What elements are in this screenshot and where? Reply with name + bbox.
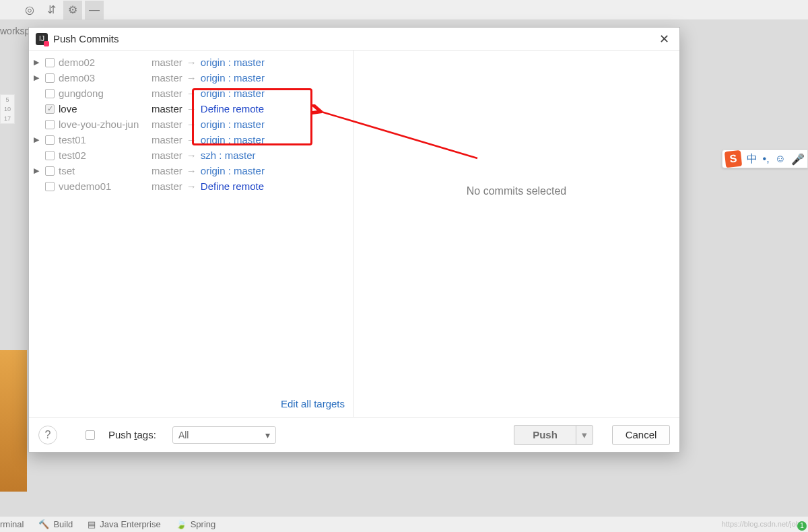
dialog-footer: ? Push tags: All▾ Push ▾ Cancel	[29, 417, 679, 452]
branch-label: master	[152, 165, 182, 176]
arrow-right-icon: →	[187, 119, 197, 130]
repo-name: demo03	[59, 72, 152, 84]
define-remote-link[interactable]: Define remote	[201, 103, 264, 114]
commits-panel: No commits selected	[354, 51, 679, 417]
repo-row[interactable]: ▶tsetmaster→origin : master	[29, 163, 353, 178]
repo-checkbox[interactable]	[45, 58, 55, 67]
repo-checkbox[interactable]	[45, 135, 55, 145]
push-commits-dialog: IJ Push Commits ✕ ▶demo02master→origin :…	[28, 27, 680, 453]
repo-name: vuedemo01	[59, 180, 152, 192]
repo-name: tset	[59, 165, 152, 176]
repo-row[interactable]: ▶✓lovemaster→Define remote	[29, 101, 353, 117]
repo-row[interactable]: ▶demo02master→origin : master	[29, 55, 353, 70]
expand-arrow-icon[interactable]: ▶	[32, 58, 41, 67]
no-commits-message: No commits selected	[467, 185, 567, 197]
push-tags-checkbox[interactable]	[86, 430, 95, 440]
arrow-right-icon: →	[187, 57, 197, 68]
repo-name: love	[59, 103, 152, 114]
help-button[interactable]: ?	[38, 426, 57, 444]
branch-label: master	[152, 88, 182, 99]
dialog-title: Push Commits	[53, 33, 119, 44]
remote-label[interactable]: origin : master	[201, 134, 265, 145]
repo-checkbox[interactable]	[45, 89, 55, 98]
ime-toolbar[interactable]: S 中 •, ☺ 🎤	[722, 149, 808, 168]
repo-row[interactable]: ▶test01master→origin : master	[29, 132, 353, 147]
dialog-titlebar: IJ Push Commits ✕	[29, 28, 679, 51]
push-button[interactable]: Push	[514, 425, 576, 445]
bg-tab-java: ▤Java Enterprise	[88, 519, 160, 529]
ime-lang[interactable]: 中	[747, 152, 758, 166]
bg-workspace-label: worksp	[0, 26, 30, 36]
chevron-down-icon: ▾	[265, 430, 270, 440]
arrow-right-icon: →	[187, 165, 197, 176]
repo-row[interactable]: ▶vuedemo01master→Define remote	[29, 178, 353, 194]
arrow-right-icon: →	[187, 88, 197, 99]
repo-checkbox[interactable]: ✓	[45, 104, 55, 114]
arrow-right-icon: →	[187, 103, 197, 114]
repo-checkbox[interactable]	[45, 73, 55, 83]
repo-checkbox[interactable]	[45, 120, 55, 129]
branch-label: master	[152, 119, 182, 130]
close-button[interactable]: ✕	[655, 32, 673, 46]
bg-tab-spring: 🍃Spring	[176, 519, 216, 529]
ime-emoji-icon[interactable]: ☺	[775, 153, 786, 165]
bg-ruler: 51017	[0, 94, 15, 124]
remote-label[interactable]: origin : master	[201, 57, 265, 68]
remote-label[interactable]: origin : master	[201, 165, 265, 176]
ime-mic-icon[interactable]: 🎤	[791, 153, 805, 166]
bg-tool-target-icon: ◎	[20, 1, 39, 20]
bg-tool-minimize-icon: —	[85, 1, 104, 20]
arrow-right-icon: →	[187, 149, 197, 161]
branch-label: master	[152, 57, 182, 68]
ime-logo-icon: S	[724, 150, 741, 168]
bg-notification-badge: 1	[797, 521, 807, 531]
define-remote-link[interactable]: Define remote	[201, 180, 264, 192]
branch-label: master	[152, 72, 182, 84]
bg-watermark: https://blog.csdn.net/john	[722, 520, 804, 528]
arrow-right-icon: →	[187, 134, 197, 145]
bg-bottom-tabs: rminal 🔨Build ▤Java Enterprise 🍃Spring	[0, 516, 808, 532]
repo-checkbox[interactable]	[45, 151, 55, 160]
edit-all-targets-link[interactable]: Edit all targets	[281, 398, 345, 409]
repo-row[interactable]: ▶love-you-zhou-junmaster→origin : master	[29, 117, 353, 132]
bg-tab-build: 🔨Build	[38, 519, 73, 529]
expand-arrow-icon[interactable]: ▶	[32, 166, 41, 175]
cancel-button[interactable]: Cancel	[612, 425, 670, 445]
repo-list-panel: ▶demo02master→origin : master▶demo03mast…	[29, 51, 354, 417]
ime-punct[interactable]: •,	[763, 153, 770, 165]
remote-label[interactable]: origin : master	[201, 88, 265, 99]
bg-tab-terminal: rminal	[0, 519, 24, 529]
repo-name: test02	[59, 149, 152, 161]
bg-decorative-panel	[0, 350, 27, 492]
repo-name: test01	[59, 134, 152, 145]
push-dropdown-button[interactable]: ▾	[576, 425, 593, 445]
repo-row[interactable]: ▶test02master→szh : master	[29, 147, 353, 163]
push-tags-label: Push tags:	[108, 429, 156, 440]
arrow-right-icon: →	[187, 72, 197, 84]
repo-checkbox[interactable]	[45, 166, 55, 176]
repo-row[interactable]: ▶demo03master→origin : master	[29, 70, 353, 86]
background-toolbar: ◎ ⇵ ⚙ —	[0, 0, 808, 20]
repo-checkbox[interactable]	[45, 182, 55, 191]
remote-label[interactable]: origin : master	[201, 119, 265, 130]
branch-label: master	[152, 149, 182, 161]
repo-name: gungdong	[59, 88, 152, 99]
repo-row[interactable]: ▶gungdongmaster→origin : master	[29, 86, 353, 101]
branch-label: master	[152, 134, 182, 145]
app-logo-icon: IJ	[36, 33, 48, 45]
expand-arrow-icon[interactable]: ▶	[32, 135, 41, 144]
push-tags-select[interactable]: All▾	[172, 426, 276, 444]
bg-tool-gear-icon: ⚙	[63, 1, 82, 20]
branch-label: master	[152, 180, 182, 192]
branch-label: master	[152, 103, 182, 114]
repo-name: demo02	[59, 57, 152, 68]
remote-label[interactable]: origin : master	[201, 72, 265, 84]
expand-arrow-icon[interactable]: ▶	[32, 73, 41, 82]
repo-name: love-you-zhou-jun	[59, 119, 152, 130]
remote-label[interactable]: szh : master	[201, 149, 256, 161]
repo-tree[interactable]: ▶demo02master→origin : master▶demo03mast…	[29, 51, 353, 393]
arrow-right-icon: →	[187, 180, 197, 192]
bg-tool-collapse-icon: ⇵	[42, 1, 61, 20]
